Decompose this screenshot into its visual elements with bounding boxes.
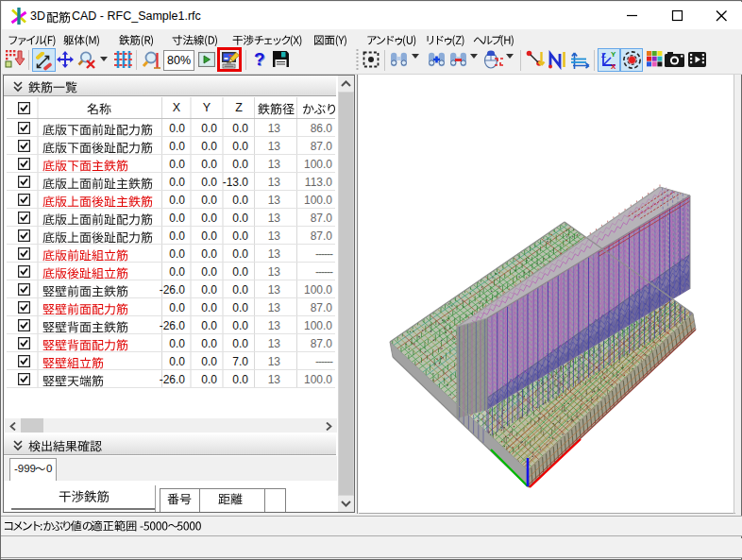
svg-text:Z: Z: [601, 51, 606, 59]
svg-text:Y: Y: [611, 50, 616, 59]
svg-text:X: X: [611, 62, 616, 71]
